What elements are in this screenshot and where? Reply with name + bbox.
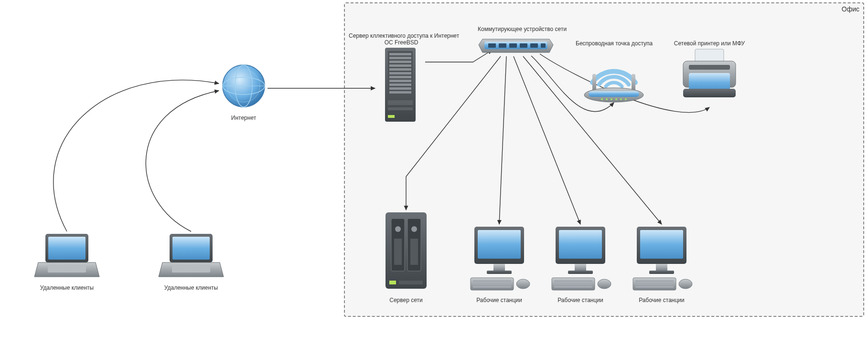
svg-rect-65 (473, 286, 511, 288)
svg-rect-54 (394, 239, 402, 265)
svg-point-38 (601, 98, 603, 100)
svg-rect-70 (568, 271, 593, 274)
svg-rect-16 (389, 64, 411, 67)
remote-client-label-1: Удаленные клиенты (33, 284, 100, 291)
svg-rect-29 (499, 43, 506, 48)
wireless-ap-icon (578, 45, 650, 107)
svg-rect-26 (388, 115, 395, 118)
svg-rect-83 (635, 286, 674, 288)
svg-rect-31 (520, 43, 527, 48)
svg-rect-68 (559, 230, 602, 259)
svg-point-42 (620, 98, 622, 100)
svg-rect-46 (689, 65, 730, 70)
gateway-server-label-1: Сервер кллективного доступа к Интернет (349, 32, 454, 39)
workstation-icon (547, 224, 614, 293)
workstation-icon (466, 224, 533, 293)
svg-rect-82 (635, 283, 674, 285)
svg-point-39 (606, 98, 608, 100)
switch-label: Коммутирующее устройство сети (478, 26, 554, 32)
svg-rect-9 (172, 237, 210, 260)
svg-rect-19 (389, 76, 411, 78)
svg-rect-69 (575, 264, 586, 271)
svg-rect-14 (389, 57, 411, 59)
svg-point-41 (615, 98, 617, 100)
svg-rect-21 (389, 84, 411, 86)
workstation-label-2: Рабочие станции (547, 297, 614, 304)
svg-rect-48 (683, 89, 736, 97)
svg-rect-56 (389, 281, 396, 284)
svg-rect-78 (656, 264, 667, 271)
svg-rect-33 (541, 43, 546, 48)
svg-rect-20 (389, 80, 411, 82)
internet-icon (220, 60, 268, 112)
svg-rect-28 (488, 43, 496, 48)
svg-rect-15 (389, 61, 411, 63)
workstation-label-1: Рабочие станции (466, 297, 533, 304)
lan-server-icon (380, 210, 432, 293)
svg-rect-7 (48, 265, 86, 272)
svg-point-66 (516, 279, 530, 289)
svg-point-75 (598, 279, 611, 289)
svg-rect-77 (640, 230, 683, 259)
svg-rect-73 (554, 283, 592, 285)
svg-point-52 (395, 226, 401, 232)
svg-point-43 (625, 98, 627, 100)
svg-rect-18 (389, 72, 411, 74)
svg-rect-64 (473, 283, 511, 285)
svg-rect-63 (473, 280, 511, 282)
svg-rect-30 (509, 43, 517, 48)
svg-rect-37 (589, 91, 639, 97)
svg-rect-6 (48, 237, 86, 260)
diagram-canvas: Офис (0, 0, 868, 356)
svg-rect-10 (172, 265, 210, 272)
svg-rect-72 (554, 280, 592, 282)
server-tower-icon (376, 45, 424, 124)
laptop-icon (33, 231, 100, 282)
laptop-icon (158, 231, 225, 282)
printer-icon (678, 47, 740, 109)
svg-rect-32 (530, 43, 538, 48)
svg-rect-23 (389, 91, 411, 94)
svg-rect-17 (389, 68, 411, 71)
svg-point-53 (411, 226, 417, 232)
workstation-icon (628, 224, 695, 293)
svg-rect-24 (388, 100, 413, 105)
svg-rect-61 (487, 271, 512, 274)
switch-icon (478, 34, 554, 58)
svg-rect-22 (389, 87, 411, 90)
lan-server-label: Сервер сети (380, 297, 432, 304)
office-title: Офис (842, 5, 859, 13)
svg-rect-60 (493, 264, 505, 271)
svg-rect-25 (388, 107, 413, 110)
svg-point-84 (679, 279, 692, 289)
printer-label: Сетевой принтер или МФУ (674, 40, 745, 47)
svg-rect-55 (410, 239, 418, 265)
svg-rect-59 (478, 230, 521, 259)
remote-client-label-2: Удаленные клиенты (158, 284, 225, 291)
gateway-server-label-2: ОС FreeBSD (349, 39, 454, 46)
svg-rect-13 (389, 53, 411, 55)
internet-label: Интернет (220, 115, 268, 121)
wireless-ap-label: Беспроводная точка доступа (576, 40, 652, 47)
svg-rect-79 (649, 271, 674, 274)
workstation-label-3: Рабочие станции (628, 297, 695, 304)
svg-rect-57 (399, 281, 423, 284)
svg-rect-81 (635, 280, 674, 282)
svg-rect-74 (554, 286, 592, 288)
svg-point-40 (611, 98, 612, 100)
